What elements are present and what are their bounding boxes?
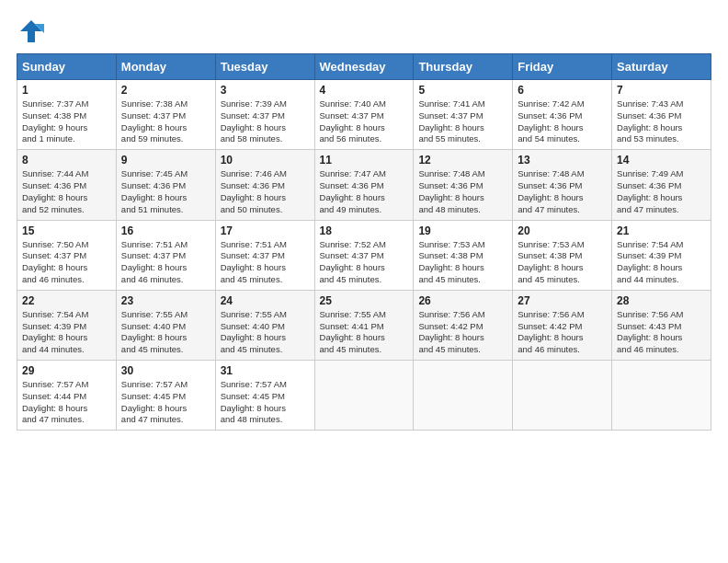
day-cell: 14Sunrise: 7:49 AM Sunset: 4:36 PM Dayli… [612, 150, 711, 220]
day-info: Sunrise: 7:40 AM Sunset: 4:37 PM Dayligh… [320, 98, 409, 145]
day-cell: 26Sunrise: 7:56 AM Sunset: 4:42 PM Dayli… [414, 290, 513, 360]
day-cell: 13Sunrise: 7:48 AM Sunset: 4:36 PM Dayli… [513, 150, 612, 220]
day-number: 26 [418, 294, 507, 307]
day-number: 31 [221, 364, 310, 377]
day-number: 15 [22, 224, 111, 237]
day-info: Sunrise: 7:56 AM Sunset: 4:43 PM Dayligh… [617, 309, 706, 356]
day-info: Sunrise: 7:54 AM Sunset: 4:39 PM Dayligh… [22, 309, 111, 356]
logo [17, 17, 44, 42]
day-cell: 29Sunrise: 7:57 AM Sunset: 4:44 PM Dayli… [17, 361, 117, 431]
day-number: 27 [518, 294, 607, 307]
day-cell: 4Sunrise: 7:40 AM Sunset: 4:37 PM Daylig… [314, 80, 414, 150]
day-cell: 8Sunrise: 7:44 AM Sunset: 4:36 PM Daylig… [17, 150, 117, 220]
day-info: Sunrise: 7:42 AM Sunset: 4:36 PM Dayligh… [518, 98, 607, 145]
day-info: Sunrise: 7:48 AM Sunset: 4:36 PM Dayligh… [418, 168, 507, 215]
day-info: Sunrise: 7:37 AM Sunset: 4:38 PM Dayligh… [22, 98, 111, 145]
column-header-wednesday: Wednesday [314, 54, 414, 80]
day-cell: 10Sunrise: 7:46 AM Sunset: 4:36 PM Dayli… [215, 150, 314, 220]
day-cell: 23Sunrise: 7:55 AM Sunset: 4:40 PM Dayli… [116, 290, 215, 360]
day-number: 4 [320, 84, 409, 97]
week-row-3: 15Sunrise: 7:50 AM Sunset: 4:37 PM Dayli… [17, 220, 711, 290]
day-info: Sunrise: 7:57 AM Sunset: 4:45 PM Dayligh… [121, 379, 210, 426]
day-cell: 17Sunrise: 7:51 AM Sunset: 4:37 PM Dayli… [215, 220, 314, 290]
day-number: 9 [121, 154, 210, 167]
day-info: Sunrise: 7:57 AM Sunset: 4:44 PM Dayligh… [22, 379, 111, 426]
day-number: 21 [617, 224, 706, 237]
column-header-tuesday: Tuesday [215, 54, 314, 80]
day-info: Sunrise: 7:54 AM Sunset: 4:39 PM Dayligh… [617, 239, 706, 286]
day-info: Sunrise: 7:43 AM Sunset: 4:36 PM Dayligh… [617, 98, 706, 145]
day-cell: 11Sunrise: 7:47 AM Sunset: 4:36 PM Dayli… [314, 150, 414, 220]
column-header-sunday: Sunday [17, 54, 117, 80]
day-cell: 21Sunrise: 7:54 AM Sunset: 4:39 PM Dayli… [612, 220, 711, 290]
day-info: Sunrise: 7:52 AM Sunset: 4:37 PM Dayligh… [320, 239, 409, 286]
day-cell [612, 361, 711, 431]
column-header-monday: Monday [116, 54, 215, 80]
day-cell: 1Sunrise: 7:37 AM Sunset: 4:38 PM Daylig… [17, 80, 117, 150]
day-cell: 30Sunrise: 7:57 AM Sunset: 4:45 PM Dayli… [116, 361, 215, 431]
day-number: 18 [320, 224, 409, 237]
day-cell: 6Sunrise: 7:42 AM Sunset: 4:36 PM Daylig… [513, 80, 612, 150]
day-cell: 7Sunrise: 7:43 AM Sunset: 4:36 PM Daylig… [612, 80, 711, 150]
day-number: 6 [518, 84, 607, 97]
column-header-friday: Friday [513, 54, 612, 80]
day-info: Sunrise: 7:50 AM Sunset: 4:37 PM Dayligh… [22, 239, 111, 286]
day-number: 17 [221, 224, 310, 237]
day-cell: 3Sunrise: 7:39 AM Sunset: 4:37 PM Daylig… [215, 80, 314, 150]
day-number: 20 [518, 224, 607, 237]
day-cell: 31Sunrise: 7:57 AM Sunset: 4:45 PM Dayli… [215, 361, 314, 431]
day-info: Sunrise: 7:55 AM Sunset: 4:40 PM Dayligh… [121, 309, 210, 356]
day-info: Sunrise: 7:41 AM Sunset: 4:37 PM Dayligh… [418, 98, 507, 145]
day-number: 1 [22, 84, 111, 97]
day-number: 19 [418, 224, 507, 237]
page-header [17, 17, 711, 42]
day-cell [414, 361, 513, 431]
day-cell: 18Sunrise: 7:52 AM Sunset: 4:37 PM Dayli… [314, 220, 414, 290]
week-row-1: 1Sunrise: 7:37 AM Sunset: 4:38 PM Daylig… [17, 80, 711, 150]
day-info: Sunrise: 7:51 AM Sunset: 4:37 PM Dayligh… [121, 239, 210, 286]
day-number: 24 [221, 294, 310, 307]
day-cell: 5Sunrise: 7:41 AM Sunset: 4:37 PM Daylig… [414, 80, 513, 150]
day-info: Sunrise: 7:39 AM Sunset: 4:37 PM Dayligh… [221, 98, 310, 145]
day-info: Sunrise: 7:48 AM Sunset: 4:36 PM Dayligh… [518, 168, 607, 215]
day-number: 11 [320, 154, 409, 167]
day-info: Sunrise: 7:38 AM Sunset: 4:37 PM Dayligh… [121, 98, 210, 145]
day-info: Sunrise: 7:44 AM Sunset: 4:36 PM Dayligh… [22, 168, 111, 215]
week-row-5: 29Sunrise: 7:57 AM Sunset: 4:44 PM Dayli… [17, 361, 711, 431]
day-info: Sunrise: 7:55 AM Sunset: 4:40 PM Dayligh… [221, 309, 310, 356]
day-number: 28 [617, 294, 706, 307]
day-number: 22 [22, 294, 111, 307]
day-number: 7 [617, 84, 706, 97]
calendar-table: SundayMondayTuesdayWednesdayThursdayFrid… [17, 53, 711, 431]
column-header-thursday: Thursday [414, 54, 513, 80]
day-cell [513, 361, 612, 431]
day-cell: 9Sunrise: 7:45 AM Sunset: 4:36 PM Daylig… [116, 150, 215, 220]
day-info: Sunrise: 7:46 AM Sunset: 4:36 PM Dayligh… [221, 168, 310, 215]
day-number: 2 [121, 84, 210, 97]
day-number: 13 [518, 154, 607, 167]
day-number: 5 [418, 84, 507, 97]
calendar-header-row: SundayMondayTuesdayWednesdayThursdayFrid… [17, 54, 711, 80]
week-row-4: 22Sunrise: 7:54 AM Sunset: 4:39 PM Dayli… [17, 290, 711, 360]
day-number: 25 [320, 294, 409, 307]
day-cell: 22Sunrise: 7:54 AM Sunset: 4:39 PM Dayli… [17, 290, 117, 360]
day-info: Sunrise: 7:53 AM Sunset: 4:38 PM Dayligh… [418, 239, 507, 286]
day-cell: 28Sunrise: 7:56 AM Sunset: 4:43 PM Dayli… [612, 290, 711, 360]
day-cell: 19Sunrise: 7:53 AM Sunset: 4:38 PM Dayli… [414, 220, 513, 290]
svg-marker-0 [20, 20, 42, 42]
day-cell: 16Sunrise: 7:51 AM Sunset: 4:37 PM Dayli… [116, 220, 215, 290]
day-number: 10 [221, 154, 310, 167]
day-cell: 27Sunrise: 7:56 AM Sunset: 4:42 PM Dayli… [513, 290, 612, 360]
day-info: Sunrise: 7:49 AM Sunset: 4:36 PM Dayligh… [617, 168, 706, 215]
day-number: 14 [617, 154, 706, 167]
week-row-2: 8Sunrise: 7:44 AM Sunset: 4:36 PM Daylig… [17, 150, 711, 220]
day-number: 23 [121, 294, 210, 307]
day-number: 29 [22, 364, 111, 377]
day-info: Sunrise: 7:56 AM Sunset: 4:42 PM Dayligh… [418, 309, 507, 356]
day-number: 30 [121, 364, 210, 377]
day-cell [314, 361, 414, 431]
day-info: Sunrise: 7:56 AM Sunset: 4:42 PM Dayligh… [518, 309, 607, 356]
day-info: Sunrise: 7:55 AM Sunset: 4:41 PM Dayligh… [320, 309, 409, 356]
day-cell: 2Sunrise: 7:38 AM Sunset: 4:37 PM Daylig… [116, 80, 215, 150]
day-info: Sunrise: 7:57 AM Sunset: 4:45 PM Dayligh… [221, 379, 310, 426]
